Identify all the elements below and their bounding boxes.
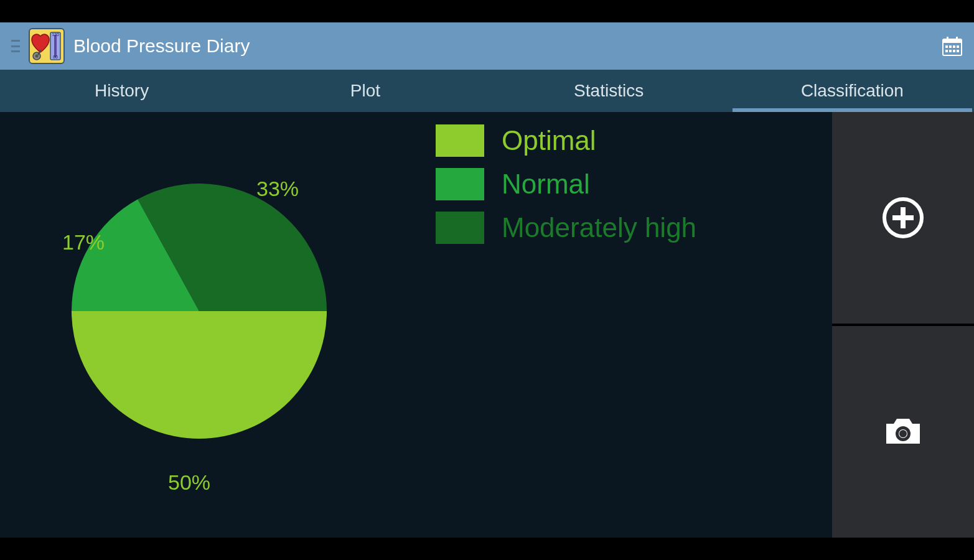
- svg-rect-11: [957, 45, 959, 48]
- tab-bar: History Plot Statistics Classification: [0, 70, 974, 112]
- svg-point-21: [899, 430, 907, 437]
- legend-label-normal: Normal: [502, 169, 590, 200]
- pie-slice-optimal: [72, 311, 327, 439]
- logo-top-value: 120: [52, 32, 59, 37]
- pie-label-modhigh: 33%: [256, 177, 299, 201]
- app-logo-icon: 120 80: [29, 28, 65, 64]
- svg-rect-7: [956, 37, 958, 40]
- calendar-icon[interactable]: [942, 35, 963, 57]
- svg-rect-1: [54, 35, 57, 57]
- app-header: 120 80 Blood Pressure Diary: [0, 22, 974, 70]
- svg-rect-13: [949, 50, 952, 52]
- camera-button[interactable]: [832, 326, 974, 538]
- svg-rect-10: [953, 45, 955, 48]
- svg-rect-9: [949, 45, 952, 48]
- add-entry-button[interactable]: [832, 112, 974, 324]
- tab-plot[interactable]: Plot: [243, 70, 487, 112]
- main-content: 33% 17% 50% Optimal Normal Moderately hi…: [0, 112, 832, 538]
- tab-classification[interactable]: Classification: [731, 70, 974, 112]
- app-frame: 120 80 Blood Pressure Diary History Plot…: [0, 22, 974, 538]
- legend-swatch-optimal: [436, 124, 484, 157]
- legend-item-normal: Normal: [436, 168, 696, 200]
- pie-label-optimal: 50%: [168, 470, 210, 495]
- legend-item-optimal: Optimal: [436, 124, 696, 157]
- legend-label-modhigh: Moderately high: [502, 212, 696, 243]
- svg-rect-6: [947, 37, 948, 40]
- legend-item-modhigh: Moderately high: [436, 212, 696, 244]
- tab-statistics[interactable]: Statistics: [487, 70, 731, 112]
- plus-circle-icon: [879, 194, 927, 242]
- menu-icon[interactable]: [11, 40, 20, 52]
- legend: Optimal Normal Moderately high: [436, 124, 696, 244]
- svg-rect-15: [957, 50, 959, 52]
- svg-rect-12: [945, 50, 948, 52]
- side-action-bar: [832, 112, 974, 538]
- svg-rect-5: [943, 39, 962, 43]
- svg-rect-14: [953, 50, 955, 52]
- pie-chart: 33% 17% 50%: [62, 149, 336, 498]
- legend-swatch-modhigh: [436, 212, 484, 244]
- svg-point-3: [35, 55, 39, 58]
- tab-history[interactable]: History: [0, 70, 243, 112]
- camera-icon: [879, 408, 927, 456]
- logo-bottom-value: 80: [53, 55, 58, 59]
- app-title: Blood Pressure Diary: [73, 35, 250, 57]
- svg-rect-8: [945, 45, 948, 48]
- legend-swatch-normal: [436, 168, 484, 200]
- pie-label-normal: 17%: [62, 230, 105, 254]
- svg-rect-18: [892, 215, 914, 220]
- legend-label-optimal: Optimal: [502, 125, 596, 156]
